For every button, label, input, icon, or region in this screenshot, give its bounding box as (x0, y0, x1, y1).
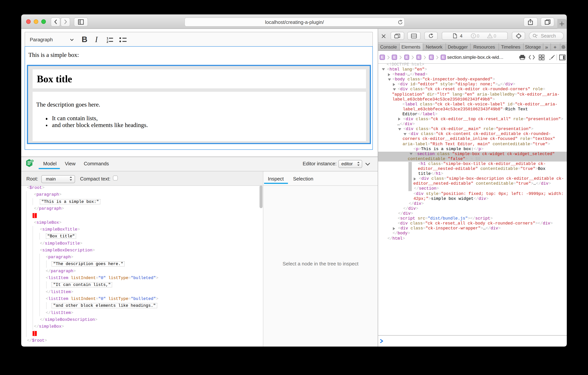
svg-text:5: 5 (32, 160, 33, 162)
svg-text:1: 1 (106, 36, 108, 40)
svg-text:2: 2 (106, 40, 108, 43)
